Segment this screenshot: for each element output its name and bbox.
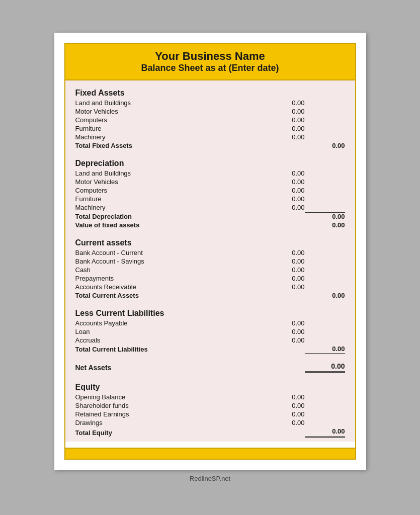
item-label: Machinery xyxy=(75,204,265,211)
fixed-assets-section: Fixed Assets Land and Buildings 0.00 Mot… xyxy=(75,85,345,150)
total-current-assets-row: Total Current Assets 0.00 xyxy=(75,291,345,300)
table-row: Machinery 0.00 xyxy=(75,133,345,141)
item-value: 0.00 xyxy=(265,402,305,409)
watermark: RedlineSP.net xyxy=(190,475,230,482)
value-label: Value of fixed assets xyxy=(75,221,265,229)
current-liabilities-section: Less Current Liabilities Accounts Payabl… xyxy=(75,306,345,354)
total-current-liabilities-row: Total Current Liabilities 0.00 xyxy=(75,345,345,354)
table-row: Shareholder funds 0.00 xyxy=(75,401,345,410)
item-label: Loan xyxy=(75,328,265,335)
equity-section: Equity Opening Balance 0.00 Shareholder … xyxy=(75,380,345,442)
table-row: Accounts Receivable 0.00 xyxy=(75,283,345,291)
item-value: 0.00 xyxy=(265,99,305,107)
item-label: Accounts Receivable xyxy=(75,283,265,291)
item-label: Land and Buildings xyxy=(75,99,265,107)
item-value: 0.00 xyxy=(265,283,305,291)
document-body: Fixed Assets Land and Buildings 0.00 Mot… xyxy=(65,80,355,442)
item-value: 0.00 xyxy=(265,336,305,344)
item-label: Bank Account - Current xyxy=(75,249,265,256)
table-row: Drawings 0.00 xyxy=(75,418,345,427)
business-name: Your Business Name xyxy=(69,50,351,63)
total-value: 0.00 xyxy=(305,212,345,220)
table-row: Furniture 0.00 xyxy=(75,195,345,203)
total-depreciation-row: Total Depreciation 0.00 xyxy=(75,212,345,221)
item-value: 0.00 xyxy=(265,187,305,194)
total-label: Total Depreciation xyxy=(75,213,265,220)
item-value: 0.00 xyxy=(265,116,305,124)
item-label: Prepayments xyxy=(75,275,265,282)
item-value: 0.00 xyxy=(265,328,305,335)
table-row: Retained Earnings 0.00 xyxy=(75,410,345,418)
total-equity-row: Total Equity 0.00 xyxy=(75,427,345,442)
table-row: Land and Buildings 0.00 xyxy=(75,169,345,178)
total-value: 0.00 xyxy=(305,427,345,438)
total-label: Total Equity xyxy=(75,429,265,437)
item-label: Machinery xyxy=(75,133,265,141)
net-assets-row: Net Assets 0.00 xyxy=(75,360,345,374)
table-row: Computers 0.00 xyxy=(75,116,345,124)
item-value: 0.00 xyxy=(265,393,305,401)
value-fixed-assets-row: Value of fixed assets 0.00 xyxy=(75,221,345,229)
table-row: Prepayments 0.00 xyxy=(75,274,345,283)
item-label: Computers xyxy=(75,187,265,194)
current-assets-section: Current assets Bank Account - Current 0.… xyxy=(75,235,345,300)
item-label: Furniture xyxy=(75,195,265,203)
item-value: 0.00 xyxy=(265,169,305,177)
total-fixed-assets-row: Total Fixed Assets 0.00 xyxy=(75,141,345,150)
item-label: Retained Earnings xyxy=(75,410,265,418)
item-label: Opening Balance xyxy=(75,393,265,401)
item-value: 0.00 xyxy=(265,410,305,418)
table-row: Loan 0.00 xyxy=(75,327,345,336)
table-row: Accounts Payable 0.00 xyxy=(75,319,345,327)
item-label: Bank Account - Savings xyxy=(75,258,265,265)
item-value: 0.00 xyxy=(265,275,305,282)
total-label: Total Current Liabilities xyxy=(75,346,265,353)
table-row: Land and Buildings 0.00 xyxy=(75,99,345,107)
item-label: Shareholder funds xyxy=(75,402,265,409)
net-assets-section: Net Assets 0.00 xyxy=(75,360,345,374)
table-row: Machinery 0.00 xyxy=(75,203,345,212)
depreciation-heading: Depreciation xyxy=(75,156,345,168)
item-label: Motor Vehicles xyxy=(75,178,265,186)
item-label: Land and Buildings xyxy=(75,169,265,177)
item-value: 0.00 xyxy=(265,258,305,265)
table-row: Bank Account - Current 0.00 xyxy=(75,248,345,257)
item-label: Drawings xyxy=(75,419,265,426)
item-label: Computers xyxy=(75,116,265,124)
table-row: Motor Vehicles 0.00 xyxy=(75,107,345,116)
table-row: Bank Account - Savings 0.00 xyxy=(75,257,345,266)
fixed-assets-heading: Fixed Assets xyxy=(75,85,345,98)
footer-bar xyxy=(65,448,355,459)
net-assets-label: Net Assets xyxy=(75,364,265,372)
item-value: 0.00 xyxy=(265,125,305,132)
net-assets-value: 0.00 xyxy=(305,362,345,373)
item-value: 0.00 xyxy=(265,178,305,186)
document-header: Your Business Name Balance Sheet as at (… xyxy=(65,44,355,80)
depreciation-section: Depreciation Land and Buildings 0.00 Mot… xyxy=(75,156,345,229)
total-value: 0.00 xyxy=(305,292,345,299)
current-liabilities-heading: Less Current Liabilities xyxy=(75,306,345,318)
item-value: 0.00 xyxy=(265,108,305,115)
total-value: 0.00 xyxy=(305,345,345,354)
item-label: Accounts Payable xyxy=(75,319,265,327)
total-label: Total Current Assets xyxy=(75,292,265,299)
item-value: 0.00 xyxy=(265,319,305,327)
current-assets-heading: Current assets xyxy=(75,235,345,247)
table-row: Opening Balance 0.00 xyxy=(75,393,345,401)
table-row: Accruals 0.00 xyxy=(75,336,345,345)
table-row: Cash 0.00 xyxy=(75,266,345,274)
item-label: Motor Vehicles xyxy=(75,108,265,115)
item-value: 0.00 xyxy=(265,419,305,426)
value-total: 0.00 xyxy=(305,221,345,229)
item-label: Furniture xyxy=(75,125,265,132)
table-row: Furniture 0.00 xyxy=(75,124,345,133)
equity-heading: Equity xyxy=(75,380,345,392)
item-value: 0.00 xyxy=(265,204,305,211)
item-value: 0.00 xyxy=(265,266,305,274)
total-label: Total Fixed Assets xyxy=(75,142,265,149)
item-label: Cash xyxy=(75,266,265,274)
document-subtitle: Balance Sheet as at (Enter date) xyxy=(69,63,351,73)
item-value: 0.00 xyxy=(265,249,305,256)
table-row: Motor Vehicles 0.00 xyxy=(75,178,345,186)
table-row: Computers 0.00 xyxy=(75,186,345,195)
